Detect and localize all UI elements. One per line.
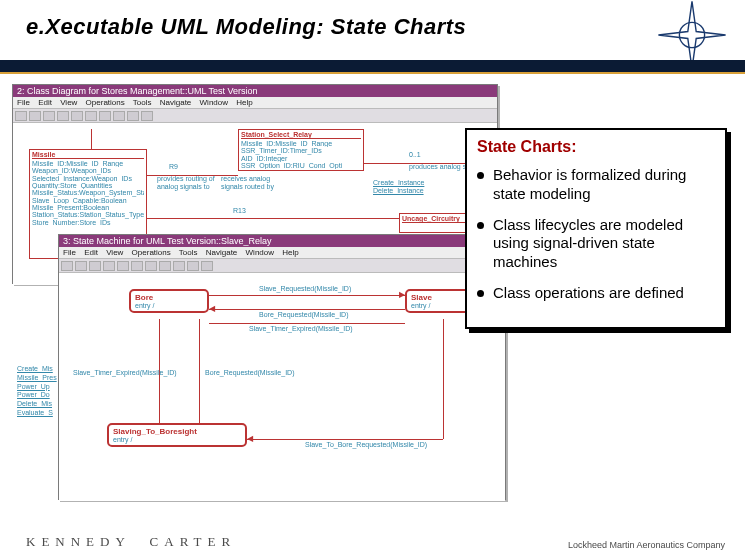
attr: Selected_Instance:Weapon_IDs <box>32 175 144 182</box>
transition <box>209 295 405 296</box>
menu-help[interactable]: Help <box>236 98 252 107</box>
rel-label: R9 <box>169 163 178 170</box>
arrow-left-icon: ◀ <box>247 434 253 443</box>
menu-file[interactable]: File <box>63 248 76 257</box>
toolbar-button[interactable] <box>173 261 185 271</box>
rel-label: signals routed by <box>221 183 274 190</box>
toolbar <box>13 109 497 123</box>
attr: SSR_Option_ID:RIU_Cond_Opti <box>241 162 361 169</box>
toolbar-button[interactable] <box>159 261 171 271</box>
state-canvas[interactable]: Create_Mis Missile_Pres Power_Up Power_D… <box>59 273 505 501</box>
screenshot-area: 2: Class Diagram for Stores Management::… <box>12 84 502 504</box>
window-state-machine: 3: State Machine for UML Test Version::S… <box>58 234 506 500</box>
bullet-text: Class lifecycles are modeled using signa… <box>493 216 683 271</box>
rel-label: R13 <box>233 207 246 214</box>
menu-view[interactable]: View <box>106 248 123 257</box>
menu-tools[interactable]: Tools <box>133 98 152 107</box>
toolbar-button[interactable] <box>127 111 139 121</box>
toolbar-button[interactable] <box>15 111 27 121</box>
bullet-item: Behavior is formalized during state mode… <box>477 166 715 204</box>
rel-label: provides routing of <box>157 175 215 182</box>
toolbar-button[interactable] <box>85 111 97 121</box>
menu-edit[interactable]: Edit <box>84 248 98 257</box>
menu-edit[interactable]: Edit <box>38 98 52 107</box>
bullet-icon <box>477 222 484 229</box>
menu-file[interactable]: File <box>17 98 30 107</box>
state-slaving[interactable]: Slaving_To_Boresight entry / <box>107 423 247 447</box>
transition <box>209 309 405 310</box>
footer-right: Lockheed Martin Aeronautics Company <box>568 540 725 550</box>
toolbar-button[interactable] <box>99 111 111 121</box>
menu-operations[interactable]: Operations <box>86 98 125 107</box>
attr: Quantity:Store_Quantities <box>32 182 144 189</box>
link[interactable]: Create_Mis <box>17 365 57 374</box>
menu-view[interactable]: View <box>60 98 77 107</box>
svg-point-0 <box>679 22 704 47</box>
connector <box>91 129 92 149</box>
attr: Missile_ID:Missile_ID_Range <box>32 160 144 167</box>
toolbar-button[interactable] <box>43 111 55 121</box>
bullet-item: Class operations are defined <box>477 284 715 303</box>
link-delete-instance[interactable]: Delete_Instance <box>373 187 424 194</box>
attr: SSR_Timer_ID:Timer_IDs <box>241 147 361 154</box>
toolbar-button[interactable] <box>145 261 157 271</box>
transition <box>247 439 443 440</box>
footer-kennedy: KENNEDY <box>26 534 130 549</box>
menu-navigate[interactable]: Navigate <box>206 248 238 257</box>
callout-box: State Charts: Behavior is formalized dur… <box>465 128 727 329</box>
class-name: Missile <box>32 151 144 159</box>
slide-title: e.Xecutable UML Modeling: State Charts <box>26 14 745 40</box>
link-column: Create_Mis Missile_Pres Power_Up Power_D… <box>17 365 57 418</box>
rel-label: receives analog <box>221 175 270 182</box>
menu-operations[interactable]: Operations <box>132 248 171 257</box>
toolbar-button[interactable] <box>57 111 69 121</box>
transition-label: Slave_Timer_Expired(Missile_ID) <box>249 325 353 332</box>
attr: Missile_Status:Weapon_System_Status <box>32 189 144 196</box>
footer-left: KENNEDY CARTER <box>26 534 236 550</box>
link[interactable]: Evaluate_S <box>17 409 57 418</box>
link-create-instance[interactable]: Create_Instance <box>373 179 424 186</box>
transition <box>209 323 405 324</box>
link[interactable]: Missile_Pres <box>17 374 57 383</box>
toolbar-button[interactable] <box>61 261 73 271</box>
toolbar-button[interactable] <box>103 261 115 271</box>
toolbar-button[interactable] <box>75 261 87 271</box>
state-bore[interactable]: Bore entry / <box>129 289 209 313</box>
attr: Missile_Present:Boolean <box>32 204 144 211</box>
toolbar-button[interactable] <box>29 111 41 121</box>
link[interactable]: Power_Up <box>17 383 57 392</box>
menu-help[interactable]: Help <box>282 248 298 257</box>
menu-bar[interactable]: File Edit View Operations Tools Navigate… <box>59 247 505 259</box>
bullet-item: Class lifecycles are modeled using signa… <box>477 216 715 272</box>
state-entry: entry / <box>135 302 203 309</box>
toolbar-button[interactable] <box>71 111 83 121</box>
bullet-icon <box>477 290 484 297</box>
attr: Store_Number:Store_IDs <box>32 219 144 226</box>
class-relay[interactable]: Station_Select_Relay Missile_ID:Missile_… <box>238 129 364 171</box>
rel-label: analog signals to <box>157 183 210 190</box>
toolbar-button[interactable] <box>187 261 199 271</box>
state-name: Bore <box>135 293 153 302</box>
arrow-right-icon: ▶ <box>399 290 405 299</box>
state-name: Slaving_To_Boresight <box>113 427 197 436</box>
menu-navigate[interactable]: Navigate <box>160 98 192 107</box>
toolbar-button[interactable] <box>201 261 213 271</box>
rel-label: 0..1 <box>409 151 421 158</box>
toolbar-button[interactable] <box>141 111 153 121</box>
transition <box>199 319 200 423</box>
link[interactable]: Delete_Mis <box>17 400 57 409</box>
attr: AID_ID:Integer <box>241 155 361 162</box>
toolbar-button[interactable] <box>117 261 129 271</box>
menu-bar[interactable]: File Edit View Operations Tools Navigate… <box>13 97 497 109</box>
attr: Station_Status:Station_Status_Type <box>32 211 144 218</box>
menu-window[interactable]: Window <box>200 98 228 107</box>
toolbar-button[interactable] <box>89 261 101 271</box>
menu-window[interactable]: Window <box>246 248 274 257</box>
callout-heading: State Charts: <box>477 138 715 156</box>
footer: KENNEDY CARTER Lockheed Martin Aeronauti… <box>0 534 745 550</box>
toolbar-button[interactable] <box>131 261 143 271</box>
toolbar-button[interactable] <box>113 111 125 121</box>
menu-tools[interactable]: Tools <box>179 248 198 257</box>
link[interactable]: Power_Do <box>17 391 57 400</box>
transition-label: Slave_To_Bore_Requested(Missile_ID) <box>305 441 427 448</box>
